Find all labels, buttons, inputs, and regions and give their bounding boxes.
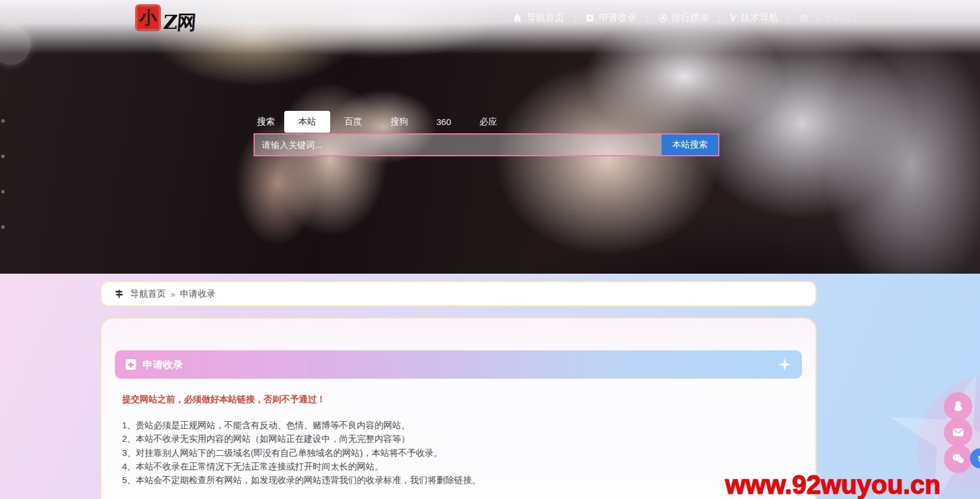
engine-tab-bing[interactable]: 必应 xyxy=(465,111,511,133)
fab-wechat-button[interactable] xyxy=(944,445,972,473)
search-module: 搜索 本站 百度 搜狗 360 必应 本站搜索 xyxy=(254,111,719,156)
breadcrumb: 导航首页 » 申请收录 xyxy=(100,281,817,307)
hero-image: 小 Z网 导航首页 申请收录 xyxy=(0,0,980,274)
rule-item: 4、本站不收录在正常情况下无法正常连接或打开时间太长的网站。 xyxy=(122,459,802,473)
hero-edge-dot xyxy=(1,190,5,193)
home-icon xyxy=(512,13,522,23)
engine-tab-site[interactable]: 本站 xyxy=(284,111,330,133)
search-engine-tabs: 搜索 本站 百度 搜狗 360 必应 xyxy=(254,111,719,133)
engine-tab-baidu[interactable]: 百度 xyxy=(330,111,376,133)
nav-item-tech[interactable]: V 技术导航 xyxy=(720,12,788,24)
rule-item: 1、贵站必须是正规网站，不能含有反动、色情、赌博等不良内容的网站。 xyxy=(122,418,802,432)
qq-icon xyxy=(951,399,965,413)
logo-text: Z网 xyxy=(162,9,196,36)
apply-card-title: 申请收录 xyxy=(143,358,183,372)
search-input[interactable] xyxy=(255,134,662,155)
site-header: 小 Z网 导航首页 申请收录 xyxy=(0,0,980,38)
top-nav: 导航首页 申请收录 排行榜单 V xyxy=(502,12,861,24)
nav-item-home[interactable]: 导航首页 xyxy=(502,12,574,24)
hero-edge-dot xyxy=(1,155,5,158)
signpost-icon xyxy=(114,289,124,298)
search-prefix-label: 搜索 xyxy=(254,111,284,133)
nav-item-label: 关于本站 xyxy=(813,12,851,24)
breadcrumb-current: 申请收录 xyxy=(180,288,215,300)
fab-qq-button[interactable] xyxy=(944,392,972,421)
nav-item-about[interactable]: 关于本站 xyxy=(789,12,861,24)
info-icon xyxy=(799,13,809,23)
nav-item-label: 技术导航 xyxy=(741,12,778,24)
engine-tab-sogou[interactable]: 搜狗 xyxy=(376,111,422,133)
nav-item-label: 导航首页 xyxy=(527,12,564,24)
v-icon: V xyxy=(730,12,736,24)
mail-icon xyxy=(951,425,965,439)
site-logo[interactable]: 小 Z网 xyxy=(136,5,196,36)
apply-card: 申请收录 提交网站之前，必须做好本站链接，否则不予通过！ 1、贵站必须是正规网站… xyxy=(100,317,817,499)
wechat-icon xyxy=(951,452,965,466)
engine-tab-360[interactable]: 360 xyxy=(422,111,465,133)
fab-mail-button[interactable] xyxy=(944,418,972,447)
content-area: 导航首页 » 申请收录 申请收录 提交网站之前，必须做好本站链接，否则不予通过！… xyxy=(0,274,980,499)
submission-rules: 1、贵站必须是正规网站，不能含有反动、色情、赌博等不良内容的网站。 2、本站不收… xyxy=(115,418,802,487)
nav-item-label: 申请收录 xyxy=(599,12,637,24)
sparkle-icon xyxy=(778,358,791,371)
nav-item-rank[interactable]: 排行榜单 xyxy=(647,12,719,24)
rule-item: 3、对挂靠别人网站下的二级域名(即没有自己单独域名的网站)，本站将不予收录。 xyxy=(122,446,802,459)
page: 小 Z网 导航首页 申请收录 xyxy=(0,0,980,499)
hero-edge-dot xyxy=(1,119,5,123)
rule-item: 2、本站不收录无实用内容的网站（如网站正在建设中，尚无完整内容等） xyxy=(122,432,802,445)
search-submit-button[interactable]: 本站搜索 xyxy=(662,134,718,155)
nav-item-label: 排行榜单 xyxy=(672,12,709,24)
plus-square-icon xyxy=(126,359,136,370)
rule-item: 5、本站会不定期检查所有网站，如发现收录的网站违背我们的收录标准，我们将删除链接… xyxy=(122,473,802,487)
watermark: www.92wuyou.cn xyxy=(725,470,940,499)
plus-icon xyxy=(585,13,595,23)
search-bar: 本站搜索 xyxy=(254,133,719,156)
hero-edge-dot xyxy=(1,225,5,229)
breadcrumb-separator: » xyxy=(170,289,175,299)
nav-item-apply[interactable]: 申请收录 xyxy=(575,12,647,24)
hot-rank-icon xyxy=(657,13,667,23)
breadcrumb-home-link[interactable]: 导航首页 xyxy=(130,288,166,300)
logo-seal: 小 xyxy=(136,5,160,31)
submission-warning: 提交网站之前，必须做好本站链接，否则不予通过！ xyxy=(122,394,802,405)
apply-card-header: 申请收录 xyxy=(115,350,802,379)
